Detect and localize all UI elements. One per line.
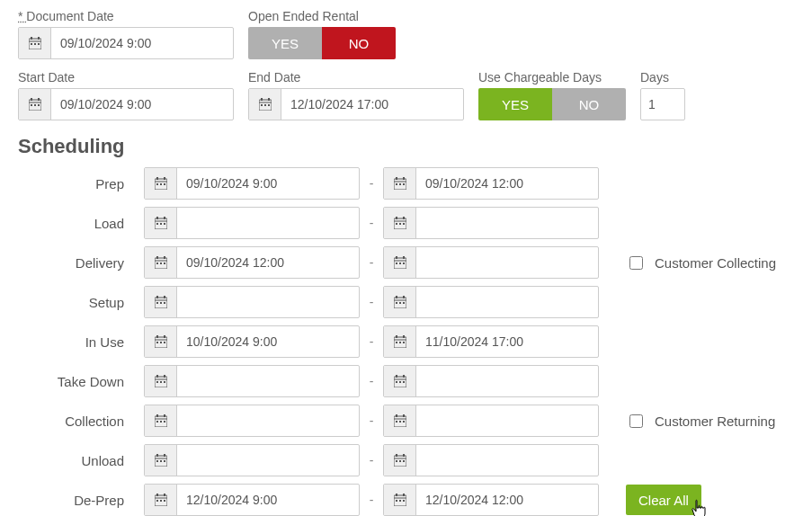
clear-all-button[interactable]: Clear All	[626, 485, 701, 515]
collection-from-value[interactable]	[177, 405, 352, 436]
use-chargeable-days-toggle[interactable]: YES NO	[478, 88, 626, 120]
delivery-to-input[interactable]	[383, 246, 599, 279]
open-ended-rental-toggle[interactable]: YES NO	[248, 27, 396, 59]
setup-to-input[interactable]	[383, 286, 599, 318]
svg-rect-51	[164, 256, 165, 259]
svg-rect-137	[156, 500, 158, 502]
collection-to-value[interactable]	[416, 405, 592, 436]
calendar-icon[interactable]	[384, 485, 416, 515]
end-date-input[interactable]	[248, 88, 464, 120]
svg-rect-69	[164, 302, 165, 304]
collection-from-input[interactable]	[144, 405, 360, 437]
calendar-icon[interactable]	[384, 326, 416, 357]
svg-rect-23	[164, 177, 165, 180]
use-chargeable-yes[interactable]: YES	[478, 88, 552, 120]
end-date-value[interactable]	[281, 89, 443, 120]
deprep-from-input[interactable]	[144, 484, 360, 516]
calendar-icon[interactable]	[384, 287, 416, 317]
document-date-value[interactable]	[51, 28, 213, 58]
takedown-to-input[interactable]	[383, 365, 599, 397]
deprep-from-value[interactable]	[177, 485, 352, 515]
delivery-from-input[interactable]	[144, 246, 360, 279]
inuse-from-input[interactable]	[144, 325, 360, 358]
setup-from-input[interactable]	[144, 286, 360, 318]
svg-rect-48	[403, 223, 405, 225]
inuse-to-value[interactable]	[416, 326, 592, 357]
svg-rect-116	[396, 421, 397, 423]
calendar-icon[interactable]	[19, 89, 51, 120]
svg-rect-29	[396, 177, 397, 180]
calendar-icon[interactable]	[384, 247, 416, 278]
svg-rect-15	[261, 98, 263, 101]
svg-rect-120	[156, 454, 158, 457]
sched-label: Prep	[18, 176, 144, 191]
prep-from-input[interactable]	[144, 167, 360, 200]
svg-rect-100	[403, 375, 405, 378]
svg-rect-71	[396, 296, 397, 298]
svg-rect-1	[31, 37, 32, 40]
inuse-to-input[interactable]	[383, 325, 599, 358]
svg-rect-104	[403, 381, 405, 383]
svg-rect-26	[160, 183, 162, 185]
use-chargeable-no[interactable]: NO	[552, 88, 626, 120]
calendar-icon[interactable]	[145, 168, 177, 199]
svg-rect-75	[399, 302, 401, 304]
prep-to-input[interactable]	[383, 167, 599, 200]
calendar-icon[interactable]	[19, 28, 51, 58]
calendar-icon[interactable]	[145, 485, 177, 515]
unload-from-value[interactable]	[177, 445, 352, 476]
calendar-icon[interactable]	[145, 287, 177, 317]
calendar-icon[interactable]	[384, 405, 416, 436]
start-date-input[interactable]	[18, 88, 234, 120]
takedown-to-value[interactable]	[416, 366, 592, 396]
unload-from-input[interactable]	[144, 444, 360, 476]
days-input[interactable]	[640, 88, 685, 120]
sched-label: Setup	[18, 295, 144, 310]
calendar-icon[interactable]	[145, 247, 177, 278]
svg-rect-110	[160, 421, 162, 423]
open-ended-yes[interactable]: YES	[248, 27, 322, 59]
inuse-from-value[interactable]	[177, 326, 352, 357]
svg-rect-131	[399, 460, 401, 462]
setup-from-value[interactable]	[177, 287, 352, 317]
open-ended-no[interactable]: NO	[322, 27, 396, 59]
calendar-icon[interactable]	[145, 366, 177, 396]
load-to-value[interactable]	[416, 208, 592, 238]
delivery-to-value[interactable]	[416, 247, 592, 278]
svg-rect-58	[403, 256, 405, 259]
svg-rect-103	[399, 381, 401, 383]
calendar-icon[interactable]	[145, 405, 177, 436]
document-date-input[interactable]	[18, 27, 234, 59]
calendar-icon[interactable]	[384, 366, 416, 396]
sched-label: Unload	[18, 453, 144, 468]
start-date-value[interactable]	[51, 89, 213, 120]
customer-returning-checkbox[interactable]	[629, 414, 643, 428]
svg-rect-85	[396, 335, 397, 338]
unload-to-input[interactable]	[383, 444, 599, 476]
collection-to-input[interactable]	[383, 405, 599, 437]
range-dash: -	[360, 414, 383, 428]
calendar-icon[interactable]	[145, 445, 177, 476]
prep-from-value[interactable]	[177, 168, 352, 199]
calendar-icon[interactable]	[384, 208, 416, 238]
calendar-icon[interactable]	[384, 168, 416, 199]
takedown-from-value[interactable]	[177, 366, 352, 396]
svg-rect-139	[164, 500, 165, 502]
calendar-icon[interactable]	[384, 445, 416, 476]
deprep-to-value[interactable]	[416, 485, 592, 515]
unload-to-value[interactable]	[416, 445, 592, 476]
svg-rect-50	[156, 256, 158, 259]
load-to-input[interactable]	[383, 207, 599, 239]
customer-collecting-checkbox[interactable]	[629, 256, 643, 270]
deprep-to-input[interactable]	[383, 484, 599, 516]
calendar-icon[interactable]	[249, 89, 281, 120]
takedown-from-input[interactable]	[144, 365, 360, 397]
calendar-icon[interactable]	[145, 326, 177, 357]
setup-to-value[interactable]	[416, 287, 592, 317]
calendar-icon[interactable]	[145, 208, 177, 238]
load-from-value[interactable]	[177, 208, 352, 238]
delivery-from-value[interactable]	[177, 247, 352, 278]
load-from-input[interactable]	[144, 207, 360, 239]
svg-rect-54	[160, 262, 162, 264]
prep-to-value[interactable]	[416, 168, 592, 199]
